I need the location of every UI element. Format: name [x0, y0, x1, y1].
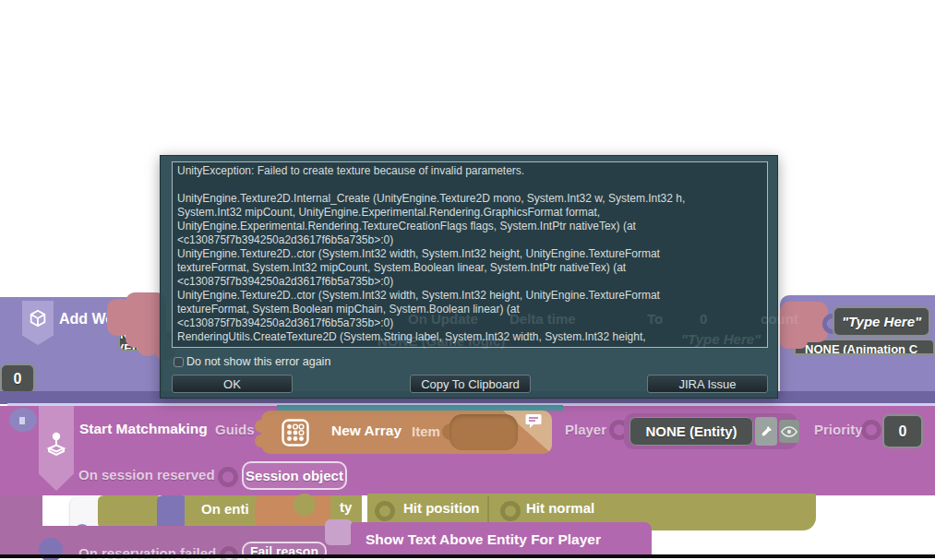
session-socket [218, 467, 238, 487]
cube-icon [28, 308, 48, 328]
hit-position-socket [375, 501, 395, 521]
error-message-box[interactable]: UnityException: Failed to create texture… [172, 161, 768, 348]
visibility-button[interactable] [779, 420, 799, 443]
puzzle-piece-olive[interactable] [98, 495, 162, 529]
guids-label: Guids [215, 422, 255, 437]
player-pill-group: NONE (Entity) [624, 413, 797, 449]
item-label: Item [412, 423, 440, 439]
comment-icon[interactable] [525, 413, 542, 428]
eyedropper-icon [760, 424, 773, 438]
window-edge [0, 554, 935, 558]
node-type-badge [22, 301, 54, 345]
node-ribbon [39, 406, 74, 491]
matchmaking-title: Start Matchmaking [79, 421, 208, 437]
start-matchmaking-node[interactable]: Start Matchmaking Guids New Array Item [0, 406, 935, 495]
show-text-node[interactable]: Show Text Above Entity For Player [351, 522, 652, 555]
notch-mark [19, 417, 25, 424]
dont-show-label: Do not show this error again [186, 355, 330, 368]
copy-to-clipboard-button[interactable]: Copy To Clipboard [410, 375, 531, 393]
jira-issue-button[interactable]: JIRA Issue [647, 375, 768, 393]
puzzle-tab-olive [294, 494, 316, 516]
hit-position-label: Hit position [403, 500, 480, 516]
item-socket[interactable] [450, 414, 518, 450]
error-message-text: UnityException: Failed to create texture… [177, 164, 762, 344]
priority-label: Priority [814, 422, 863, 437]
new-array-node[interactable]: New Array Item [261, 411, 552, 454]
show-text-title: Show Text Above Entity For Player [366, 531, 601, 548]
puzzle-piece-lavender [325, 519, 353, 545]
number-value-pill[interactable]: 0 [0, 363, 35, 394]
new-array-title: New Array [331, 423, 402, 439]
ok-button[interactable]: OK [172, 375, 293, 393]
animation-node[interactable]: NONE (Animation C "Type Here" [780, 295, 935, 399]
dont-show-checkbox[interactable] [174, 357, 184, 367]
add-world-node[interactable]: Add Wor NONE (Entit 0 [0, 297, 162, 403]
joystick-icon [45, 432, 67, 458]
unity-error-dialog: UnityException: Failed to create texture… [160, 155, 778, 399]
eye-icon [781, 426, 797, 437]
player-label: Player [565, 422, 606, 437]
on-entity-suffix: ty [340, 499, 352, 515]
hit-normal-label: Hit normal [526, 500, 594, 516]
player-value-pill[interactable]: NONE (Entity) [629, 417, 753, 446]
on-entity-label: On enti [201, 501, 249, 517]
eyedropper-button[interactable] [755, 417, 777, 446]
puzzle-piece-pink [780, 327, 808, 349]
array-grid-icon [282, 419, 309, 447]
priority-value-pill[interactable]: 0 [882, 414, 923, 448]
session-object-pill[interactable]: Session object [242, 461, 347, 490]
puzzle-notch [9, 408, 37, 432]
reservation-failed-node[interactable]: On reservation failed Fail reason [0, 526, 353, 555]
screenshot-root: Add Wor NONE (Entit 0 NONE (Animation C … [0, 0, 935, 560]
type-here-input[interactable]: "Type Here" [833, 306, 930, 337]
session-reserved-label: On session reserved [78, 467, 215, 483]
priority-socket [861, 420, 881, 440]
hit-normal-socket [500, 501, 521, 521]
